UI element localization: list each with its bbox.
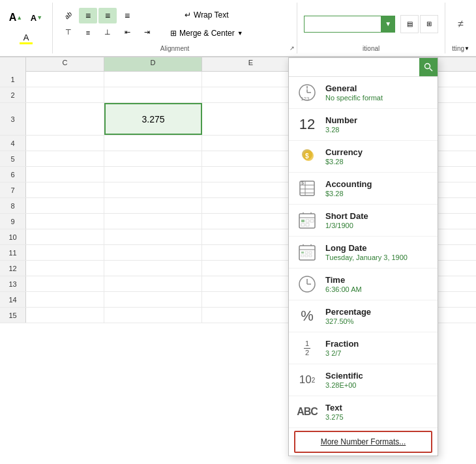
orientation-btn[interactable]: ab bbox=[59, 8, 78, 23]
format-item-long-date[interactable]: Long Date Tuesday, January 3, 1900 bbox=[289, 237, 438, 268]
cell-c11[interactable] bbox=[26, 245, 104, 260]
font-size-increase-btn[interactable]: A ▲ bbox=[7, 8, 25, 27]
merge-center-btn[interactable]: ⊞ Merge & Center ▼ bbox=[166, 25, 247, 41]
cell-d13[interactable] bbox=[104, 276, 202, 291]
cell-e11[interactable] bbox=[202, 245, 300, 260]
align-left-btn[interactable]: ≡ bbox=[79, 8, 97, 23]
cell-d10[interactable] bbox=[104, 229, 202, 244]
alignment-launcher-icon[interactable]: ↗ bbox=[290, 45, 295, 51]
merge-dropdown-icon[interactable]: ▼ bbox=[237, 30, 243, 36]
cell-c8[interactable] bbox=[26, 198, 104, 213]
svg-rect-24 bbox=[310, 220, 314, 222]
cell-e10[interactable] bbox=[202, 229, 300, 244]
align-middle-icon: ≡ bbox=[86, 29, 90, 36]
cell-d2[interactable] bbox=[104, 87, 202, 102]
format-item-general[interactable]: 123 General No specific format bbox=[289, 77, 438, 109]
align-center-btn[interactable]: ≡ bbox=[98, 8, 117, 23]
align-top-btn[interactable]: ⊤ bbox=[59, 25, 78, 40]
number-sample: 3.28 bbox=[325, 126, 357, 134]
cell-e14[interactable] bbox=[202, 292, 300, 307]
fill-color-icon: A bbox=[23, 33, 29, 42]
format-search-button[interactable] bbox=[419, 58, 438, 76]
cell-d4[interactable] bbox=[104, 136, 202, 151]
format-search-bar bbox=[289, 58, 438, 77]
format-as-table-btn[interactable]: ⊞ bbox=[420, 15, 438, 33]
cell-e9[interactable] bbox=[202, 214, 300, 229]
cell-d8[interactable] bbox=[104, 198, 202, 213]
cell-e15[interactable] bbox=[202, 308, 300, 323]
svg-rect-21 bbox=[306, 220, 309, 222]
cell-e7[interactable] bbox=[202, 182, 300, 197]
cell-d9[interactable] bbox=[104, 214, 202, 229]
col-header-d[interactable]: D bbox=[104, 57, 202, 71]
align-right-icon: ≡ bbox=[125, 10, 130, 21]
accounting-text: Accounting $3.28 bbox=[325, 179, 372, 197]
cell-d6[interactable] bbox=[104, 167, 202, 182]
cell-d3[interactable]: 3.275 bbox=[104, 103, 202, 135]
format-item-fraction[interactable]: 1 2 Fraction 3 2/7 bbox=[289, 332, 438, 364]
cell-e6[interactable] bbox=[202, 167, 300, 182]
number-format-dropdown-btn[interactable]: ▼ bbox=[381, 16, 395, 33]
cell-e12[interactable] bbox=[202, 261, 300, 276]
cell-styles-section: ≠ tting ▼ bbox=[445, 3, 476, 53]
not-equal-icon: ≠ bbox=[458, 18, 464, 30]
wrap-text-btn[interactable]: ↵ Wrap Text bbox=[166, 7, 247, 23]
cell-c3[interactable] bbox=[26, 103, 104, 135]
cell-e1[interactable] bbox=[202, 72, 300, 87]
cell-d5[interactable] bbox=[104, 151, 202, 166]
conditional-format-btn[interactable]: ▤ bbox=[400, 15, 419, 33]
search-icon bbox=[424, 63, 433, 72]
col-header-c[interactable]: C bbox=[26, 57, 104, 71]
cell-e2[interactable] bbox=[202, 87, 300, 102]
wrap-text-label: Wrap Text bbox=[194, 10, 229, 20]
align-middle-btn[interactable]: ≡ bbox=[79, 25, 97, 40]
cell-d1[interactable] bbox=[104, 72, 202, 87]
fraction-text: Fraction 3 2/7 bbox=[325, 339, 359, 357]
cell-c7[interactable] bbox=[26, 182, 104, 197]
align-right-btn[interactable]: ≡ bbox=[118, 8, 136, 23]
cell-c1[interactable] bbox=[26, 72, 104, 87]
percentage-icon: % bbox=[295, 304, 319, 328]
cell-c9[interactable] bbox=[26, 214, 104, 229]
font-increase-icon: A bbox=[9, 12, 17, 23]
fill-color-btn[interactable]: A bbox=[17, 29, 35, 48]
format-item-accounting[interactable]: $ Accounting $3.28 bbox=[289, 173, 438, 205]
indent-decrease-btn[interactable]: ⇤ bbox=[118, 25, 136, 40]
scientific-icon: 102 bbox=[295, 368, 319, 392]
cell-c10[interactable] bbox=[26, 229, 104, 244]
ribbon: A ▲ A ▼ A ab bbox=[0, 0, 476, 57]
cell-c12[interactable] bbox=[26, 261, 104, 276]
font-size-decrease-btn[interactable]: A ▼ bbox=[27, 8, 46, 27]
cell-d14[interactable] bbox=[104, 292, 202, 307]
cell-d15[interactable] bbox=[104, 308, 202, 323]
svg-text:$: $ bbox=[301, 181, 304, 185]
format-item-text[interactable]: ABC Text 3.275 bbox=[289, 396, 438, 428]
align-bottom-btn[interactable]: ⊥ bbox=[98, 25, 117, 40]
format-item-currency[interactable]: $ Currency $3.28 bbox=[289, 141, 438, 173]
cell-d12[interactable] bbox=[104, 261, 202, 276]
format-item-percentage[interactable]: % Percentage 327.50% bbox=[289, 300, 438, 332]
format-item-time[interactable]: Time 6:36:00 AM bbox=[289, 268, 438, 300]
cell-c15[interactable] bbox=[26, 308, 104, 323]
cell-e8[interactable] bbox=[202, 198, 300, 213]
cell-c4[interactable] bbox=[26, 136, 104, 151]
cell-c14[interactable] bbox=[26, 292, 104, 307]
format-item-scientific[interactable]: 102 Scientific 3.28E+00 bbox=[289, 364, 438, 396]
format-item-short-date[interactable]: Short Date 1/3/1900 bbox=[289, 205, 438, 237]
format-search-input[interactable] bbox=[289, 58, 419, 76]
cell-d7[interactable] bbox=[104, 182, 202, 197]
cell-c5[interactable] bbox=[26, 151, 104, 166]
cell-e4[interactable] bbox=[202, 136, 300, 151]
cell-c6[interactable] bbox=[26, 167, 104, 182]
cell-e3[interactable] bbox=[202, 103, 300, 135]
cell-e13[interactable] bbox=[202, 276, 300, 291]
format-item-number[interactable]: 12 Number 3.28 bbox=[289, 109, 438, 141]
cell-c13[interactable] bbox=[26, 276, 104, 291]
cell-e5[interactable] bbox=[202, 151, 300, 166]
cell-d11[interactable] bbox=[104, 245, 202, 260]
cell-c2[interactable] bbox=[26, 87, 104, 102]
more-number-formats-button[interactable]: More Number Formats... bbox=[294, 431, 432, 453]
indent-increase-btn[interactable]: ⇥ bbox=[138, 25, 156, 40]
long-date-text: Long Date Tuesday, January 3, 1900 bbox=[325, 243, 408, 261]
col-header-e[interactable]: E bbox=[202, 57, 300, 71]
